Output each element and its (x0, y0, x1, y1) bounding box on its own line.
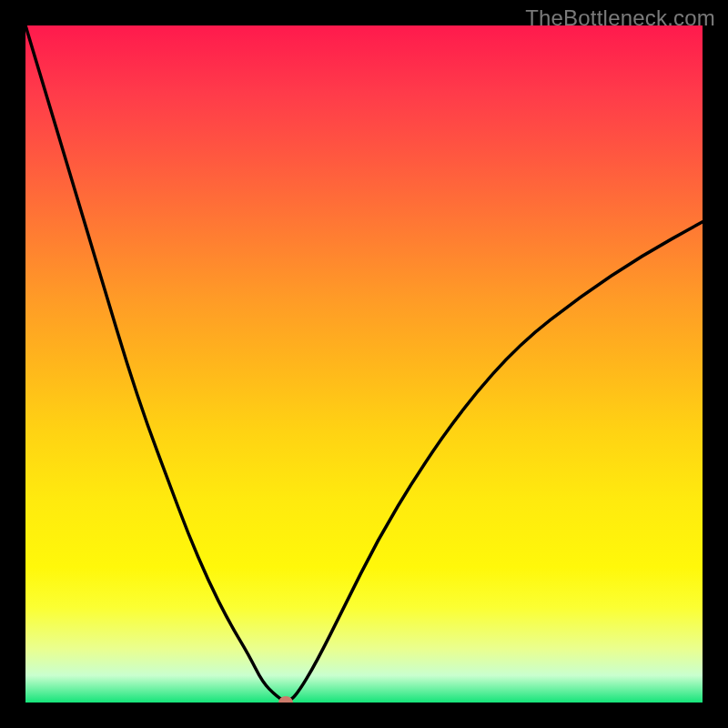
attribution-text: TheBottleneck.com (525, 5, 715, 31)
optimum-marker (278, 696, 293, 703)
chart-frame: TheBottleneck.com (0, 0, 728, 728)
bottleneck-curve (25, 25, 703, 703)
plot-area (25, 25, 703, 703)
